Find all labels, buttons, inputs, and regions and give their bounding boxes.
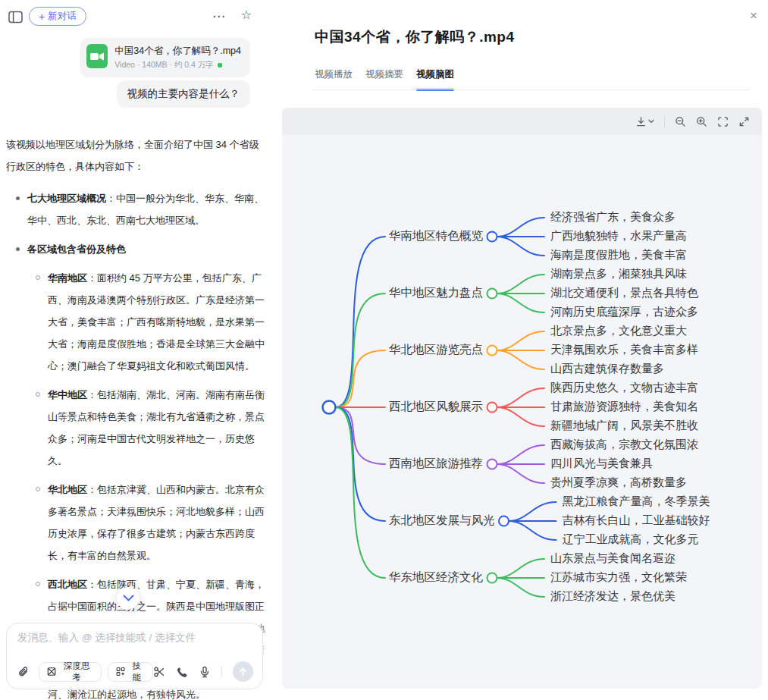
answer-bullet: 华中地区：包括湖南、湖北、河南。湖南有南岳衡山等景点和特色美食；湖北有九省通衢之…: [6, 384, 265, 472]
bullet-marker: [16, 247, 20, 251]
tab-video-summary[interactable]: 视频摘要: [365, 68, 403, 91]
mindmap-leaf-label: 天津氛围欢乐，美食丰富多样: [550, 343, 698, 357]
assistant-message: 该视频以地理区域划分为脉络，全面介绍了中国 34 个省级行政区的特色，具体内容如…: [6, 133, 265, 700]
mindmap-leaf-label: 甘肃旅游资源独特，美食知名: [550, 400, 698, 414]
mindmap-leaf-label: 辽宁工业成就高，文化多元: [563, 532, 699, 547]
attachment-icon[interactable]: [14, 662, 33, 682]
chat-topbar: + 新对话 ⋯ ☆: [0, 0, 281, 33]
fullscreen-icon[interactable]: [738, 116, 750, 127]
mindmap-branch-label: 东北地区发展与风光: [389, 513, 495, 529]
video-file-icon: [86, 44, 108, 71]
mindmap-branch-label: 华北地区游览亮点: [389, 342, 483, 358]
star-icon[interactable]: ☆: [241, 8, 252, 22]
skills-button[interactable]: 技能: [108, 662, 154, 682]
user-message: 视频的主要内容是什么？: [117, 80, 251, 108]
mindmap-leaf-label: 广西地貌独特，水果产量高: [550, 229, 687, 243]
mindmap-leaf-label: 西藏海拔高，宗教文化氛围浓: [550, 438, 698, 452]
file-meta: Video · 140MB · 约 0.4 万字: [114, 60, 241, 71]
mindmap-leaf-label: 山东景点与美食闻名遐迩: [550, 551, 676, 566]
viewer-title: 中国34个省，你了解吗？.mp4: [315, 27, 514, 47]
mindmap-branch-label: 华中地区魅力盘点: [389, 285, 483, 301]
chat-panel: + 新对话 ⋯ ☆ 中国34个省，你了解吗？.mp4 Video · 140MB…: [0, 0, 281, 700]
phone-icon[interactable]: [176, 666, 188, 678]
expand-chevron-button[interactable]: [117, 587, 139, 610]
mindmap-graph: [282, 108, 762, 689]
mindmap-leaf-label: 湖南景点多，湘菜独具风味: [550, 267, 687, 281]
download-icon[interactable]: [635, 116, 654, 127]
divider: [221, 666, 222, 677]
video-viewer-panel: × 中国34个省，你了解吗？.mp4 视频播放视频摘要视频脑图 经济强省广东，美…: [281, 0, 768, 700]
mindmap-branch-label: 华东地区经济文化: [389, 570, 483, 585]
file-name: 中国34个省，你了解吗？.mp4: [114, 45, 241, 58]
mindmap-leaf-label: 海南是度假胜地，美食丰富: [550, 248, 687, 262]
status-dot: [218, 63, 222, 67]
mindmap-leaf-label: 湖北交通便利，景点各具特色: [550, 286, 698, 300]
microphone-icon[interactable]: [199, 666, 211, 678]
answer-bullet: 华南地区：面积约 45 万平方公里，包括广东、广西、海南及港澳两个特别行政区。广…: [6, 267, 265, 377]
chevron-down-icon: [648, 119, 654, 124]
viewer-tabs: 视频播放视频摘要视频脑图: [315, 68, 454, 91]
tab-video-play[interactable]: 视频播放: [315, 68, 353, 91]
divider: [314, 89, 751, 90]
chevron-down-icon: [123, 595, 134, 602]
mindmap-leaf-label: 陕西历史悠久，文物古迹丰富: [550, 381, 698, 395]
answer-intro: 该视频以地理区域划分为脉络，全面介绍了中国 34 个省级行政区的特色，具体内容如…: [6, 133, 265, 177]
message-input[interactable]: [17, 631, 252, 655]
mindmap-branch-label: 华南地区特色概览: [389, 228, 483, 244]
close-icon[interactable]: ×: [750, 8, 757, 24]
answer-bullet: 华北地区：包括京津冀、山西和内蒙古。北京有众多著名景点；天津氛围快乐；河北地貌多…: [6, 479, 265, 567]
mindmap-branch-label: 西南地区旅游推荐: [389, 456, 483, 472]
mindmap-leaf-label: 北京景点多，文化意义重大: [550, 324, 687, 338]
composer-toolbar: 深度思考 技能: [14, 661, 253, 682]
mindmap-leaf-label: 山西古建筑保存数量多: [550, 362, 664, 376]
mindmap-leaf-label: 新疆地域广阔，风景美不胜收: [550, 419, 698, 433]
sidebar-toggle-icon[interactable]: [7, 9, 24, 24]
mindmap-leaf-label: 黑龙江粮食产量高，冬季景美: [563, 494, 710, 509]
mindmap-leaf-label: 经济强省广东，美食众多: [550, 210, 676, 224]
mindmap-canvas[interactable]: 经济强省广东，美食众多广西地貌独特，水果产量高海南是度假胜地，美食丰富华南地区特…: [282, 108, 762, 689]
send-button[interactable]: [233, 661, 253, 682]
mindmap-leaf-label: 江苏城市实力强，文化繁荣: [550, 570, 687, 585]
zoom-out-icon[interactable]: [675, 116, 686, 127]
more-icon[interactable]: ⋯: [212, 8, 226, 24]
mindmap-leaf-label: 吉林有长白山，工业基础较好: [563, 513, 710, 528]
new-chat-button[interactable]: + 新对话: [29, 7, 86, 26]
mindmap-branch-label: 西北地区风貌展示: [389, 399, 483, 415]
tab-video-mindmap[interactable]: 视频脑图: [416, 68, 454, 91]
skills-icon: [116, 667, 125, 676]
canvas-toolbar: [282, 108, 762, 135]
fit-view-icon[interactable]: [717, 116, 729, 127]
plus-icon: +: [39, 11, 45, 22]
video-file-card[interactable]: 中国34个省，你了解吗？.mp4 Video · 140MB · 约 0.4 万…: [80, 38, 250, 77]
mindmap-leaf-label: 贵州夏季凉爽，高桥数量多: [550, 476, 687, 490]
bullet-marker: [36, 582, 40, 586]
answer-bullet: 各区域包含省份及特色: [6, 238, 265, 260]
scissors-icon[interactable]: [153, 666, 165, 678]
bullet-marker: [36, 487, 40, 491]
bullet-marker: [36, 275, 40, 280]
arrow-up-icon: [238, 667, 248, 676]
answer-bullet: 七大地理区域概况：中国一般分为华北、华东、华南、华中、西北、东北、西南七大地理区…: [6, 187, 265, 231]
zoom-in-icon[interactable]: [696, 116, 707, 127]
mindmap-leaf-label: 浙江经济发达，景色优美: [550, 589, 676, 604]
new-chat-label: 新对话: [48, 10, 77, 23]
deep-think-button[interactable]: 深度思考: [39, 662, 101, 682]
bullet-marker: [16, 196, 20, 200]
divider: [664, 116, 665, 127]
app-root: + 新对话 ⋯ ☆ 中国34个省，你了解吗？.mp4 Video · 140MB…: [0, 0, 768, 700]
mindmap-leaf-label: 四川风光与美食兼具: [550, 457, 653, 471]
bullet-marker: [36, 392, 40, 397]
deep-think-icon: [47, 667, 56, 676]
mindmap-leaf-label: 河南历史底蕴深厚，古迹众多: [550, 305, 698, 319]
composer: 深度思考 技能: [6, 623, 263, 689]
